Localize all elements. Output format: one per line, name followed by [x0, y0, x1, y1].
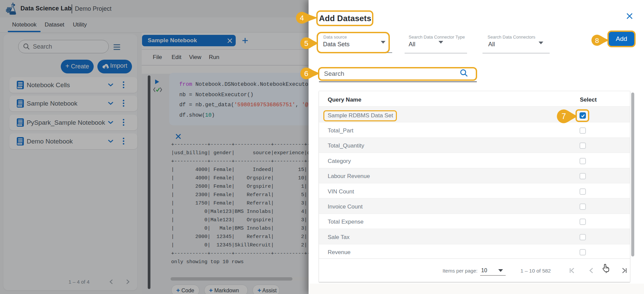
- svg-text:4: 4: [300, 14, 304, 22]
- svg-text:8: 8: [595, 37, 599, 44]
- svg-text:6: 6: [304, 69, 308, 78]
- svg-text:7: 7: [561, 112, 566, 121]
- svg-text:5: 5: [304, 39, 308, 48]
